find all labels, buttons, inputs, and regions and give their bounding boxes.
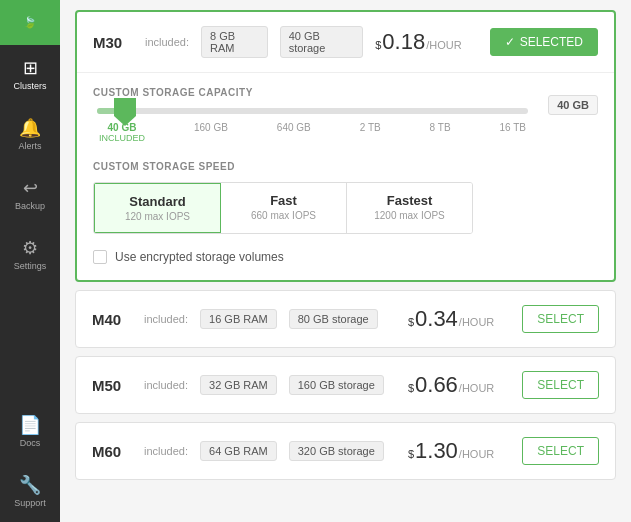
- cluster-row-m30: M30 included: 8 GB RAM 40 GB storage $ 0…: [75, 10, 616, 282]
- price-m50: $ 0.66 /HOUR: [408, 372, 494, 398]
- speed-name-fast: Fast: [233, 193, 334, 208]
- price-amount-m40: 0.34: [415, 306, 458, 332]
- clusters-icon: ⊞: [23, 59, 38, 77]
- slider-label-5: 16 TB: [500, 122, 527, 143]
- price-m60: $ 1.30 /HOUR: [408, 438, 494, 464]
- cluster-row-m60: M60 included: 64 GB RAM 320 GB storage $…: [75, 422, 616, 480]
- cluster-name-m60: M60: [92, 443, 132, 460]
- svg-marker-0: [114, 98, 136, 126]
- encrypted-checkbox[interactable]: [93, 250, 107, 264]
- encrypted-storage-row[interactable]: Use encrypted storage volumes: [93, 250, 598, 264]
- ram-badge-m50: 32 GB RAM: [200, 375, 277, 395]
- price-unit-m50: /HOUR: [459, 382, 494, 394]
- settings-icon: ⚙: [22, 239, 38, 257]
- storage-badge-m50: 160 GB storage: [289, 375, 384, 395]
- price-m40: $ 0.34 /HOUR: [408, 306, 494, 332]
- price-amount-m60: 1.30: [415, 438, 458, 464]
- cluster-header-m40: M40 included: 16 GB RAM 80 GB storage $ …: [76, 291, 615, 347]
- cluster-row-m40: M40 included: 16 GB RAM 80 GB storage $ …: [75, 290, 616, 348]
- select-button-m50[interactable]: SELECT: [522, 371, 599, 399]
- sidebar-label-backup: Backup: [15, 201, 45, 211]
- speed-name-standard: Standard: [107, 194, 208, 209]
- price-unit-m60: /HOUR: [459, 448, 494, 460]
- slider-label-1: 160 GB: [194, 122, 228, 143]
- cluster-header-m30: M30 included: 8 GB RAM 40 GB storage $ 0…: [77, 12, 614, 72]
- storage-speed-title: CUSTOM STORAGE SPEED: [93, 161, 598, 172]
- sidebar-label-alerts: Alerts: [18, 141, 41, 151]
- ram-badge-m30: 8 GB RAM: [201, 26, 268, 58]
- sidebar-label-support: Support: [14, 498, 46, 508]
- included-label-m30: included:: [145, 36, 189, 48]
- selected-label-m30: SELECTED: [520, 35, 583, 49]
- select-button-m60[interactable]: SELECT: [522, 437, 599, 465]
- included-label-m40: included:: [144, 313, 188, 325]
- included-label-m60: included:: [144, 445, 188, 457]
- sidebar-label-docs: Docs: [20, 438, 41, 448]
- select-button-m40[interactable]: SELECT: [522, 305, 599, 333]
- slider-label-3: 2 TB: [360, 122, 381, 143]
- checkmark-icon: ✓: [505, 35, 515, 49]
- storage-badge-m40: 80 GB storage: [289, 309, 378, 329]
- cluster-header-m60: M60 included: 64 GB RAM 320 GB storage $…: [76, 423, 615, 479]
- slider-label-2: 640 GB: [277, 122, 311, 143]
- cluster-name-m40: M40: [92, 311, 132, 328]
- slider-track: [97, 108, 528, 114]
- sidebar-item-clusters[interactable]: ⊞ Clusters: [0, 45, 60, 105]
- storage-badge-m60: 320 GB storage: [289, 441, 384, 461]
- ram-badge-m60: 64 GB RAM: [200, 441, 277, 461]
- ram-badge-m40: 16 GB RAM: [200, 309, 277, 329]
- slider-label-4: 8 TB: [430, 122, 451, 143]
- storage-badge-m30: 40 GB storage: [280, 26, 364, 58]
- price-unit-m40: /HOUR: [459, 316, 494, 328]
- price-unit-m30: /HOUR: [426, 39, 461, 51]
- slider-thumb-icon: [114, 98, 136, 126]
- backup-icon: ↩: [23, 179, 38, 197]
- storage-slider-container: 40 GB 40 GB INCLUDED 160 GB: [93, 108, 598, 143]
- speed-option-fast[interactable]: Fast 660 max IOPS: [221, 183, 347, 233]
- cluster-name-m30: M30: [93, 34, 133, 51]
- price-amount-m30: 0.18: [382, 29, 425, 55]
- sidebar-item-settings[interactable]: ⚙ Settings: [0, 225, 60, 285]
- speed-name-fastest: Fastest: [359, 193, 460, 208]
- speed-iops-standard: 120 max IOPS: [107, 211, 208, 222]
- speed-option-standard[interactable]: Standard 120 max IOPS: [93, 182, 222, 234]
- speed-option-fastest[interactable]: Fastest 1200 max IOPS: [347, 183, 472, 233]
- slider-value-box: 40 GB: [548, 95, 598, 115]
- expanded-panel-m30: CUSTOM STORAGE CAPACITY 40 GB 40 GB I: [77, 72, 614, 280]
- support-icon: 🔧: [19, 476, 41, 494]
- cluster-name-m50: M50: [92, 377, 132, 394]
- price-m30: $ 0.18 /HOUR: [375, 29, 461, 55]
- speed-iops-fastest: 1200 max IOPS: [359, 210, 460, 221]
- sidebar-item-docs[interactable]: 📄 Docs: [0, 402, 60, 462]
- price-amount-m50: 0.66: [415, 372, 458, 398]
- sidebar-item-support[interactable]: 🔧 Support: [0, 462, 60, 522]
- speed-options: Standard 120 max IOPS Fast 660 max IOPS …: [93, 182, 473, 234]
- included-label-m50: included:: [144, 379, 188, 391]
- alerts-icon: 🔔: [19, 119, 41, 137]
- cluster-row-m50: M50 included: 32 GB RAM 160 GB storage $…: [75, 356, 616, 414]
- storage-capacity-title: CUSTOM STORAGE CAPACITY: [93, 87, 598, 98]
- encrypted-label: Use encrypted storage volumes: [115, 250, 284, 264]
- speed-iops-fast: 660 max IOPS: [233, 210, 334, 221]
- sidebar-item-alerts[interactable]: 🔔 Alerts: [0, 105, 60, 165]
- main-content: M30 included: 8 GB RAM 40 GB storage $ 0…: [60, 0, 631, 522]
- docs-icon: 📄: [19, 416, 41, 434]
- sidebar-label-clusters: Clusters: [13, 81, 46, 91]
- logo-text: 🍃: [23, 16, 37, 29]
- sidebar: 🍃 ⊞ Clusters 🔔 Alerts ↩ Backup ⚙ Setting…: [0, 0, 60, 522]
- selected-button-m30[interactable]: ✓ SELECTED: [490, 28, 598, 56]
- sidebar-label-settings: Settings: [14, 261, 47, 271]
- slider-labels: 40 GB INCLUDED 160 GB 640 GB 2 TB 8 TB 1…: [97, 122, 528, 143]
- cluster-header-m50: M50 included: 32 GB RAM 160 GB storage $…: [76, 357, 615, 413]
- sidebar-item-backup[interactable]: ↩ Backup: [0, 165, 60, 225]
- logo: 🍃: [0, 0, 60, 45]
